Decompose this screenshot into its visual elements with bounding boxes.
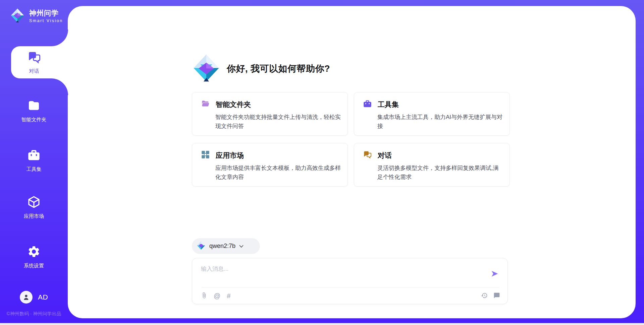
card-chat[interactable]: 对话 灵活切换多模型文件，支持多样回复效果调试,满足个性化需求	[354, 143, 510, 187]
user-account[interactable]: AD	[0, 291, 68, 304]
model-selector[interactable]: qwen2:7b	[192, 238, 260, 254]
card-toolset[interactable]: 工具集 集成市场上主流工具，助力AI与外界无缝扩展与对接	[354, 92, 510, 136]
tab-fillet-bottom	[51, 78, 68, 95]
message-input[interactable]	[201, 264, 489, 272]
card-description: 应用市场提供丰富长文本模板，助力高效生成多样化文章内容	[215, 164, 342, 182]
card-smart-folder[interactable]: 智能文件夹 智能文件夹功能支持批量文件上传与清洗，轻松实现文件问答	[192, 92, 348, 136]
sidebar-item-label: 对话	[29, 68, 39, 74]
sidebar-item-label: 系统设置	[24, 263, 44, 269]
card-title: 工具集	[378, 100, 399, 109]
hashtag-icon: #	[227, 292, 230, 299]
send-icon	[491, 274, 499, 279]
gear-icon	[27, 245, 41, 260]
card-title: 应用市场	[216, 151, 244, 160]
greeting-title: 你好, 我可以如何帮助你?	[227, 63, 330, 75]
attachment-icon	[201, 292, 207, 300]
model-name: qwen2:7b	[209, 243, 235, 250]
sidebar-item-label: 智能文件夹	[21, 117, 47, 123]
sidebar-item-chat[interactable]: 对话	[11, 46, 68, 78]
toolbox-icon	[27, 148, 41, 163]
chevron-down-icon	[239, 243, 244, 249]
sidebar-item-toolset[interactable]: 工具集	[0, 148, 68, 173]
card-app-market[interactable]: 应用市场 应用市场提供丰富长文本模板，助力高效生成多样化文章内容	[192, 143, 348, 187]
brand-diamond-logo-large	[192, 54, 221, 84]
folder-open-icon	[201, 99, 210, 110]
mention-icon: @	[214, 292, 220, 299]
send-button[interactable]	[489, 268, 500, 280]
toolbox-icon	[363, 99, 372, 110]
greeting-block: 你好, 我可以如何帮助你?	[192, 54, 330, 84]
sidebar-item-smart-folder[interactable]: 智能文件夹	[0, 99, 68, 123]
history-button[interactable]	[481, 292, 488, 300]
card-description: 智能文件夹功能支持批量文件上传与清洗，轻松实现文件问答	[215, 113, 342, 131]
brand-subtitle: Smart Vision	[29, 18, 63, 23]
brand-logo-block: 神州问学 Smart Vision	[10, 8, 63, 24]
chat-bubble-icon	[493, 292, 500, 300]
message-composer: @ #	[192, 258, 508, 304]
card-description: 集成市场上主流工具，助力AI与外界无缝扩展与对接	[377, 113, 504, 131]
sidebar-item-settings[interactable]: 系统设置	[0, 245, 68, 269]
sidebar-item-label: 应用市场	[24, 213, 44, 219]
chat-bubble-button[interactable]	[493, 292, 500, 300]
sidebar-item-label: 工具集	[26, 166, 42, 173]
card-title: 智能文件夹	[216, 100, 251, 109]
history-icon	[481, 292, 488, 300]
folder-icon	[27, 99, 41, 114]
hashtag-button[interactable]: #	[227, 292, 230, 299]
sidebar-item-app-market[interactable]: 应用市场	[0, 195, 68, 219]
brand-name: 神州问学	[29, 9, 63, 17]
main-content-surface: 你好, 我可以如何帮助你? 智能文件夹 智能文件夹功能支持批量文件上传与清洗，轻…	[68, 6, 636, 318]
brand-diamond-logo-small	[197, 241, 206, 251]
grid-icon	[201, 150, 210, 160]
tab-fillet-top	[51, 29, 68, 46]
chat-icon	[27, 50, 41, 66]
card-description: 灵活切换多模型文件，支持多样回复效果调试,满足个性化需求	[377, 164, 504, 182]
card-title: 对话	[378, 151, 392, 160]
mention-button[interactable]: @	[214, 292, 220, 299]
avatar	[20, 291, 33, 304]
attachment-button[interactable]	[201, 292, 207, 300]
window-bottom-edge	[0, 323, 644, 325]
chat-icon	[363, 150, 372, 160]
cube-icon	[27, 195, 41, 210]
user-name: AD	[38, 293, 48, 301]
brand-diamond-logo	[10, 8, 25, 24]
sidebar-footer: ©神州数码 · 神州问学出品	[0, 311, 68, 317]
